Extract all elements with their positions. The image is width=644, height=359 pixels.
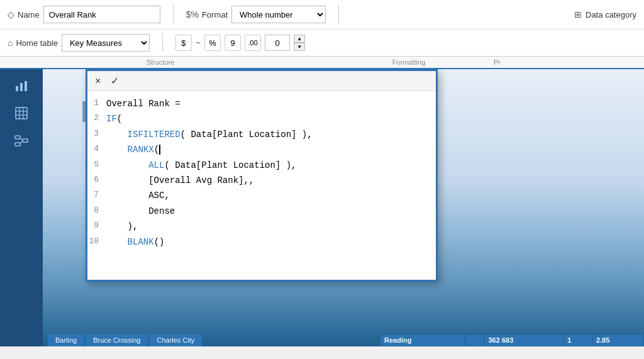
decimal-spin: ▲ ▼ [294, 35, 305, 51]
formula-toolbar: × ✓ [87, 71, 436, 91]
percent-btn[interactable]: % [204, 35, 221, 51]
formula-line-2: 2 IF( [87, 111, 436, 126]
name-label: ◇ Name [8, 9, 40, 19]
pr-section-label: Pr [494, 57, 501, 68]
svg-rect-8 [15, 136, 20, 139]
toolbar: ◇ Name $% Format Whole number ⊞ Data cat… [0, 0, 644, 57]
col-header-3: 362 683 [484, 334, 564, 346]
spin-up[interactable]: ▲ [294, 35, 305, 43]
svg-rect-1 [20, 83, 23, 91]
formula-check-button[interactable]: ✓ [108, 74, 121, 88]
svg-rect-2 [25, 81, 27, 91]
svg-rect-3 [16, 108, 27, 119]
format-controls: $ ~ % 9 .00 ▲ ▼ [175, 35, 305, 51]
line-num-10: 10 [87, 235, 106, 248]
format-icon: $% [186, 9, 199, 19]
svg-line-11 [20, 138, 23, 141]
col-header-2 [465, 334, 484, 346]
formula-line-6: 6 [Overall Avg Rank],, [87, 173, 436, 188]
formula-popup: × ✓ 1 Overall Rank = 2 IF( 3 ISFIL [86, 69, 438, 282]
format-field: $% Format Whole number [186, 6, 326, 23]
sidebar-icon-chart[interactable] [9, 74, 34, 97]
tilde-sep: ~ [196, 38, 201, 48]
line-content-4: RANKX( [106, 143, 436, 157]
line-num-1: 1 [87, 97, 106, 110]
datacategory-icon: ⊞ [574, 9, 582, 19]
formula-line-10: 10 BLANK() [87, 235, 436, 250]
svg-rect-9 [15, 143, 20, 146]
sidebar [0, 69, 43, 346]
col-header-reading: Reading [380, 334, 465, 346]
line-num-7: 7 [87, 189, 106, 202]
tab-charles-city[interactable]: Charles City [149, 334, 202, 346]
sidebar-icon-relations[interactable] [9, 130, 34, 152]
bottom-tabs: Barling Bruce Crossing Charles City [43, 334, 207, 346]
format-label: $% Format [186, 9, 228, 19]
content-area: Manu Barling Bruce Crossing Charles City… [43, 69, 644, 346]
data-category-field: ⊞ Data category [574, 9, 636, 19]
svg-line-12 [20, 141, 23, 145]
table-header-row: Reading 362 683 1 2.85 [380, 334, 644, 346]
formula-line-7: 7 ASC, [87, 188, 436, 203]
sidebar-icon-table[interactable] [9, 102, 34, 124]
line-num-5: 5 [87, 158, 106, 172]
line-content-8: Dense [106, 204, 436, 218]
line-num-9: 9 [87, 219, 106, 233]
decimal-btn[interactable]: .00 [245, 35, 261, 51]
formula-close-button[interactable]: × [92, 74, 103, 88]
line-content-9: ), [106, 219, 436, 233]
divider2 [338, 5, 339, 24]
line-content-3: ISFILTERED( Data[Plant Location] ), [106, 128, 436, 141]
toolbar-row1: ◇ Name $% Format Whole number ⊞ Data cat… [0, 0, 644, 30]
tab-bruce-crossing[interactable]: Bruce Crossing [86, 334, 148, 346]
svg-rect-0 [16, 86, 18, 91]
line-content-1: Overall Rank = [106, 97, 436, 111]
divider1 [173, 5, 174, 24]
comma-btn[interactable]: 9 [225, 35, 241, 51]
home-table-select[interactable]: Key Measures [62, 34, 150, 52]
formula-line-8: 8 Dense [87, 204, 436, 219]
formula-line-9: 9 ), [87, 219, 436, 234]
name-field: ◇ Name [8, 6, 160, 23]
line-num-8: 8 [87, 204, 106, 218]
line-content-6: [Overall Avg Rank],, [106, 174, 436, 187]
home-table-label: ⌂ Home table [8, 38, 58, 48]
data-table: Reading 362 683 1 2.85 [380, 334, 644, 346]
dollar-btn[interactable]: $ [175, 35, 192, 51]
data-category-label: Data category [586, 10, 636, 19]
tab-barling[interactable]: Barling [48, 334, 84, 346]
line-num-2: 2 [87, 112, 106, 125]
formula-editor[interactable]: 1 Overall Rank = 2 IF( 3 ISFILTERED( Dat… [87, 91, 436, 280]
home-table-field: ⌂ Home table Key Measures [8, 34, 150, 52]
divider3 [162, 33, 163, 52]
line-num-4: 4 [87, 143, 106, 156]
formatting-section-label: Formatting [362, 57, 456, 68]
line-num-3: 3 [87, 128, 106, 141]
line-content-10: BLANK() [106, 235, 436, 249]
structure-section-label: Structure [97, 57, 223, 68]
col-header-4: 1 [564, 334, 592, 346]
diamond-icon: ◇ [8, 9, 14, 19]
toolbar-row2: ⌂ Home table Key Measures $ ~ % 9 .00 ▲ … [0, 30, 644, 56]
data-table-area: Reading 362 683 1 2.85 [380, 334, 644, 346]
formula-line-4: 4 RANKX( [87, 142, 436, 157]
formula-line-5: 5 ALL( Data[Plant Location] ), [87, 158, 436, 173]
formula-line-1: 1 Overall Rank = [87, 96, 436, 111]
home-icon: ⌂ [8, 38, 13, 48]
section-labels: Structure Formatting Pr [0, 57, 644, 69]
name-input[interactable] [43, 6, 160, 23]
line-content-5: ALL( Data[Plant Location] ), [106, 158, 436, 172]
line-content-7: ASC, [106, 189, 436, 202]
line-num-6: 6 [87, 174, 106, 187]
main-area: Manu Barling Bruce Crossing Charles City… [0, 69, 644, 346]
formula-line-3: 3 ISFILTERED( Data[Plant Location] ), [87, 127, 436, 142]
svg-rect-10 [23, 139, 28, 142]
spin-down[interactable]: ▼ [294, 43, 305, 51]
line-content-2: IF( [106, 112, 436, 126]
format-select[interactable]: Whole number [231, 6, 326, 23]
col-header-5: 2.85 [592, 334, 643, 346]
decimal-input[interactable] [265, 35, 290, 51]
